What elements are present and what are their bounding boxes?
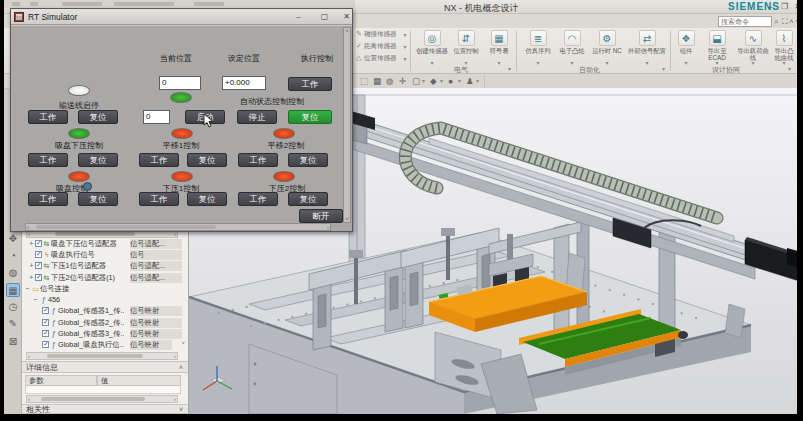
fullscreen-icon[interactable]: ⛶ — [782, 16, 788, 27]
press2-reset-button[interactable]: 复位 — [288, 192, 328, 206]
ribbon-button-component[interactable]: ❖ 组件 ▾ — [674, 30, 698, 66]
press2-work-button[interactable]: 工作 — [238, 192, 278, 206]
dropdown-arrow[interactable]: ▾ — [440, 76, 443, 87]
scroll-left-arrow[interactable]: ‹ — [28, 353, 30, 359]
restore-button[interactable]: ❐ — [778, 1, 791, 12]
dialog-close-button[interactable]: ✕ — [341, 12, 352, 22]
set-position-input[interactable]: +0.000 — [222, 76, 266, 90]
scroll-thumb[interactable] — [36, 225, 216, 229]
group-dialog-launcher[interactable]: ▾ — [508, 65, 511, 72]
scroll-right-arrow[interactable]: › — [174, 396, 176, 402]
collapse-icon[interactable]: ˄ — [179, 362, 183, 374]
tree-item-label[interactable]: Global_传感器3_传... — [58, 329, 124, 339]
ribbon-mini-item-collision-sensor[interactable]: ✎碰撞传感器 — [356, 30, 402, 41]
translate1-reset-button[interactable]: 复位 — [187, 153, 227, 167]
tree-item-label[interactable]: 下压1信号适配器 — [51, 261, 127, 271]
expand-icon[interactable]: ˅ — [179, 405, 183, 414]
scroll-up-arrow[interactable]: ˄ — [344, 28, 350, 34]
tree-row[interactable]: ϟ吸盘执行信号信号 — [22, 250, 188, 261]
checkbox[interactable] — [35, 251, 42, 258]
dropdown-arrow[interactable]: ▾ — [402, 43, 408, 53]
command-search-input[interactable] — [718, 16, 772, 27]
suction-press-reset-button[interactable]: 复位 — [78, 153, 118, 167]
export-window-icon[interactable]: ⊠ — [6, 335, 20, 349]
help-icon[interactable]: ◔ — [794, 16, 797, 27]
tree-item-label[interactable]: Global_传感器2_传... — [58, 318, 124, 328]
press1-reset-button[interactable]: 复位 — [187, 192, 227, 206]
auto-reset-button[interactable]: 复位 — [288, 110, 332, 124]
collapse-toggle[interactable]: − — [32, 295, 39, 304]
pie-chart-icon[interactable]: ◔ — [6, 249, 20, 263]
scroll-thumb[interactable] — [55, 232, 135, 236]
horizontal-scrollbar[interactable]: ‹› — [26, 395, 178, 403]
dropdown-arrow[interactable]: ▾ — [736, 61, 770, 66]
ribbon-mini-item-position-sensor[interactable]: △位置传感器 — [356, 54, 402, 65]
expand-toggle[interactable]: + — [28, 239, 35, 248]
dropdown-arrow[interactable]: ▾ — [422, 76, 425, 87]
disconnect-button[interactable]: 断开 — [299, 209, 343, 223]
history-clock-icon[interactable]: ◷ — [6, 300, 20, 314]
tree-row[interactable]: ƒGlobal_传感器2_传...信号映射 — [22, 318, 188, 329]
expand-toggle[interactable]: + — [28, 273, 35, 282]
scroll-thumb[interactable] — [47, 354, 143, 358]
scroll-down-arrow[interactable]: ˅ — [344, 216, 350, 222]
details-column-param[interactable]: 参数 — [25, 375, 97, 386]
ribbon-button-export-load-curve[interactable]: ∿ 导出载荷曲线 ▾ — [736, 30, 770, 66]
tree-row[interactable]: +⇆吸盘下压信号适配器信号适配... — [22, 239, 188, 250]
dropdown-arrow[interactable]: ▾ — [674, 61, 698, 66]
physics-navigator-icon[interactable]: ▦ — [6, 283, 20, 297]
dialog-titlebar[interactable]: RT Simulator – ▢ ✕ — [11, 9, 352, 25]
assembly-navigator-icon[interactable]: ✥ — [6, 232, 20, 246]
sphere-icon[interactable]: ◍ — [6, 266, 20, 280]
tree-item-label[interactable]: 下压2信号适配器(1) — [51, 273, 127, 283]
tree-row[interactable]: −▭信号连接 — [22, 284, 188, 295]
part-icon[interactable]: ♟ — [466, 76, 474, 87]
tree-row[interactable]: −ƒ456 — [22, 295, 188, 306]
tree-item-label[interactable]: 吸盘执行信号 — [51, 250, 127, 260]
conveyor-work-button[interactable]: 工作 — [28, 110, 68, 124]
window-layout-icon[interactable]: ⬚ — [360, 76, 368, 87]
group-dialog-launcher[interactable]: ▾ — [662, 65, 665, 72]
auto-setpoint-input[interactable]: 0 — [143, 110, 170, 124]
conveyor-reset-button[interactable]: 复位 — [78, 110, 118, 124]
checkbox[interactable] — [35, 262, 42, 269]
scroll-thumb[interactable] — [41, 397, 145, 401]
details-section-header[interactable]: 详细信息˄ — [22, 361, 188, 373]
dialog-maximize-button[interactable]: ▢ — [319, 12, 330, 22]
ribbon-button-electronic-cam[interactable]: ◠ 电子凸轮 ▾ — [556, 30, 588, 66]
tree-row[interactable]: +⇆下压1信号适配器信号适配... — [22, 261, 188, 272]
auto-stop-button[interactable]: 停止 — [237, 110, 277, 124]
tree-item-label[interactable]: Global_吸盘执行信... — [58, 340, 124, 350]
dropdown-arrow[interactable]: ▾ — [402, 31, 408, 41]
ribbon-button-export-ecad[interactable]: ⬓ 导出至 ECAD ▾ — [700, 30, 734, 66]
tree-row[interactable]: ƒGlobal_传感器1_传...信号映射 — [22, 306, 188, 317]
dependencies-section-header[interactable]: 相关性˅ — [22, 404, 188, 414]
dropdown-arrow[interactable]: ▾ — [416, 61, 448, 66]
checkbox[interactable] — [42, 330, 49, 337]
collapse-toggle[interactable]: − — [24, 284, 31, 293]
orient-icon[interactable]: ◆ — [430, 76, 437, 87]
ribbon-button-position-control[interactable]: ⇵ 位置控制 ▾ — [450, 30, 482, 66]
translate2-reset-button[interactable]: 复位 — [288, 153, 328, 167]
expand-toggle[interactable]: + — [28, 261, 35, 270]
collapse-ribbon-icon[interactable]: ˄ — [789, 16, 794, 27]
shaded-view-icon[interactable]: ● — [448, 76, 453, 87]
translate1-work-button[interactable]: 工作 — [139, 153, 179, 167]
snap-icon[interactable]: ✛ — [399, 76, 406, 87]
dropdown-arrow[interactable]: ▾ — [402, 55, 408, 65]
tree-item-label[interactable]: Global_传感器1_传... — [58, 306, 124, 316]
tree-row[interactable]: ƒGlobal_传感器3_传...信号映射 — [22, 329, 188, 340]
ribbon-button-external-signal-config[interactable]: ⇄ 外部信号配置 ▾ — [626, 30, 668, 66]
checkbox[interactable] — [42, 307, 49, 314]
scroll-right-arrow[interactable]: › — [174, 353, 176, 359]
dropdown-arrow[interactable]: ▾ — [772, 61, 796, 66]
press1-work-button[interactable]: 工作 — [139, 192, 179, 206]
suction-press-work-button[interactable]: 工作 — [28, 153, 68, 167]
scroll-left-arrow[interactable]: ‹ — [27, 224, 29, 230]
current-position-input[interactable]: 0 — [159, 76, 201, 90]
checkbox[interactable] — [42, 341, 49, 348]
details-column-value[interactable]: 值 — [97, 375, 181, 386]
grid-icon[interactable]: ▦ — [373, 76, 381, 87]
ribbon-button-simulation-sequence[interactable]: ≣ 仿真序列 ▾ — [522, 30, 554, 66]
suction-reset-button[interactable]: 复位 — [78, 192, 118, 206]
